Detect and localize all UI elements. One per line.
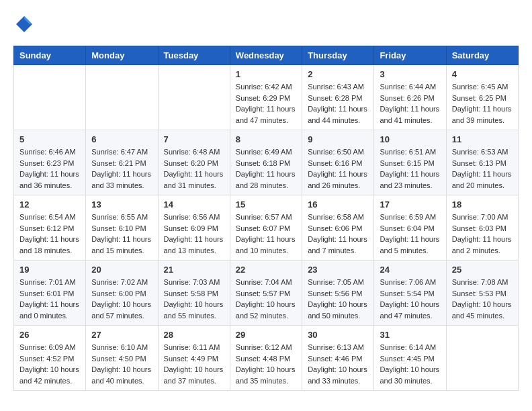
day-number: 19 bbox=[19, 265, 80, 275]
day-number: 11 bbox=[452, 134, 513, 144]
weekday-header-monday: Monday bbox=[86, 46, 158, 65]
calendar-cell: 29Sunrise: 6:12 AMSunset: 4:48 PMDayligh… bbox=[230, 326, 302, 391]
day-number: 31 bbox=[380, 330, 440, 340]
day-info: Sunrise: 6:10 AMSunset: 4:50 PMDaylight:… bbox=[91, 342, 152, 386]
calendar-cell: 4Sunrise: 6:45 AMSunset: 6:25 PMDaylight… bbox=[446, 65, 518, 130]
day-info: Sunrise: 6:48 AMSunset: 6:20 PMDaylight:… bbox=[164, 146, 224, 191]
day-info: Sunrise: 6:58 AMSunset: 6:06 PMDaylight:… bbox=[308, 212, 368, 256]
day-info: Sunrise: 6:51 AMSunset: 6:15 PMDaylight:… bbox=[380, 146, 440, 191]
calendar-cell: 19Sunrise: 7:01 AMSunset: 6:01 PMDayligh… bbox=[14, 261, 86, 326]
day-number: 17 bbox=[380, 199, 440, 210]
day-number: 8 bbox=[236, 134, 296, 144]
day-number: 27 bbox=[91, 330, 152, 340]
day-info: Sunrise: 6:47 AMSunset: 6:21 PMDaylight:… bbox=[91, 146, 152, 191]
day-number: 14 bbox=[164, 199, 224, 210]
weekday-header-saturday: Saturday bbox=[446, 46, 518, 65]
day-number: 28 bbox=[164, 330, 224, 340]
day-number: 16 bbox=[308, 199, 368, 210]
calendar-cell: 20Sunrise: 7:02 AMSunset: 6:00 PMDayligh… bbox=[86, 261, 158, 326]
day-info: Sunrise: 6:54 AMSunset: 6:12 PMDaylight:… bbox=[19, 212, 80, 256]
day-info: Sunrise: 6:43 AMSunset: 6:28 PMDaylight:… bbox=[308, 81, 368, 126]
day-info: Sunrise: 7:03 AMSunset: 5:58 PMDaylight:… bbox=[164, 277, 224, 321]
day-info: Sunrise: 7:06 AMSunset: 5:54 PMDaylight:… bbox=[380, 277, 440, 321]
calendar-cell: 2Sunrise: 6:43 AMSunset: 6:28 PMDaylight… bbox=[302, 65, 374, 130]
day-number: 24 bbox=[380, 265, 440, 275]
weekday-header-sunday: Sunday bbox=[14, 46, 86, 65]
calendar-cell: 7Sunrise: 6:48 AMSunset: 6:20 PMDaylight… bbox=[158, 130, 230, 195]
day-number: 4 bbox=[452, 69, 513, 79]
day-number: 29 bbox=[236, 330, 296, 340]
day-info: Sunrise: 6:55 AMSunset: 6:10 PMDaylight:… bbox=[91, 212, 152, 256]
day-number: 26 bbox=[19, 330, 80, 340]
calendar-week-row: 5Sunrise: 6:46 AMSunset: 6:23 PMDaylight… bbox=[14, 130, 519, 195]
weekday-header-tuesday: Tuesday bbox=[158, 46, 230, 65]
calendar-cell bbox=[14, 65, 86, 130]
calendar-cell: 9Sunrise: 6:50 AMSunset: 6:16 PMDaylight… bbox=[302, 130, 374, 195]
calendar-cell: 8Sunrise: 6:49 AMSunset: 6:18 PMDaylight… bbox=[230, 130, 302, 195]
weekday-header-friday: Friday bbox=[374, 46, 446, 65]
calendar-cell: 16Sunrise: 6:58 AMSunset: 6:06 PMDayligh… bbox=[302, 195, 374, 261]
calendar-cell: 17Sunrise: 6:59 AMSunset: 6:04 PMDayligh… bbox=[374, 195, 446, 261]
day-info: Sunrise: 6:50 AMSunset: 6:16 PMDaylight:… bbox=[308, 146, 368, 191]
day-info: Sunrise: 6:46 AMSunset: 6:23 PMDaylight:… bbox=[19, 146, 80, 191]
calendar-cell: 28Sunrise: 6:11 AMSunset: 4:49 PMDayligh… bbox=[158, 326, 230, 391]
day-info: Sunrise: 6:42 AMSunset: 6:29 PMDaylight:… bbox=[236, 81, 296, 126]
calendar-cell: 13Sunrise: 6:55 AMSunset: 6:10 PMDayligh… bbox=[86, 195, 158, 261]
day-number: 21 bbox=[164, 265, 224, 275]
calendar-cell: 12Sunrise: 6:54 AMSunset: 6:12 PMDayligh… bbox=[14, 195, 86, 261]
day-info: Sunrise: 7:01 AMSunset: 6:01 PMDaylight:… bbox=[19, 277, 80, 321]
calendar-cell: 5Sunrise: 6:46 AMSunset: 6:23 PMDaylight… bbox=[14, 130, 86, 195]
page-header bbox=[13, 13, 519, 35]
day-info: Sunrise: 6:44 AMSunset: 6:26 PMDaylight:… bbox=[380, 81, 440, 126]
calendar-cell: 23Sunrise: 7:05 AMSunset: 5:56 PMDayligh… bbox=[302, 261, 374, 326]
day-number: 1 bbox=[236, 69, 296, 79]
day-info: Sunrise: 6:12 AMSunset: 4:48 PMDaylight:… bbox=[236, 342, 296, 386]
day-number: 7 bbox=[164, 134, 224, 144]
calendar-cell: 11Sunrise: 6:53 AMSunset: 6:13 PMDayligh… bbox=[446, 130, 518, 195]
day-number: 10 bbox=[380, 134, 440, 144]
day-info: Sunrise: 6:09 AMSunset: 4:52 PMDaylight:… bbox=[19, 342, 80, 386]
day-number: 5 bbox=[19, 134, 80, 144]
day-number: 12 bbox=[19, 199, 80, 210]
day-info: Sunrise: 6:14 AMSunset: 4:45 PMDaylight:… bbox=[380, 342, 440, 386]
logo bbox=[13, 13, 39, 35]
day-number: 25 bbox=[452, 265, 513, 275]
calendar-cell: 31Sunrise: 6:14 AMSunset: 4:45 PMDayligh… bbox=[374, 326, 446, 391]
day-info: Sunrise: 7:02 AMSunset: 6:00 PMDaylight:… bbox=[91, 277, 152, 321]
day-number: 2 bbox=[308, 69, 368, 79]
day-number: 6 bbox=[91, 134, 152, 144]
day-info: Sunrise: 6:59 AMSunset: 6:04 PMDaylight:… bbox=[380, 212, 440, 256]
day-number: 3 bbox=[380, 69, 440, 79]
calendar-cell: 25Sunrise: 7:08 AMSunset: 5:53 PMDayligh… bbox=[446, 261, 518, 326]
calendar-header-row: SundayMondayTuesdayWednesdayThursdayFrid… bbox=[14, 46, 519, 65]
day-info: Sunrise: 6:56 AMSunset: 6:09 PMDaylight:… bbox=[164, 212, 224, 256]
calendar-cell: 1Sunrise: 6:42 AMSunset: 6:29 PMDaylight… bbox=[230, 65, 302, 130]
calendar-week-row: 19Sunrise: 7:01 AMSunset: 6:01 PMDayligh… bbox=[14, 261, 519, 326]
day-info: Sunrise: 7:08 AMSunset: 5:53 PMDaylight:… bbox=[452, 277, 513, 321]
calendar-cell: 10Sunrise: 6:51 AMSunset: 6:15 PMDayligh… bbox=[374, 130, 446, 195]
weekday-header-wednesday: Wednesday bbox=[230, 46, 302, 65]
calendar-cell bbox=[158, 65, 230, 130]
calendar-cell: 21Sunrise: 7:03 AMSunset: 5:58 PMDayligh… bbox=[158, 261, 230, 326]
day-info: Sunrise: 7:04 AMSunset: 5:57 PMDaylight:… bbox=[236, 277, 296, 321]
day-info: Sunrise: 6:49 AMSunset: 6:18 PMDaylight:… bbox=[236, 146, 296, 191]
calendar-cell: 26Sunrise: 6:09 AMSunset: 4:52 PMDayligh… bbox=[14, 326, 86, 391]
day-info: Sunrise: 7:00 AMSunset: 6:03 PMDaylight:… bbox=[452, 212, 513, 256]
calendar-table: SundayMondayTuesdayWednesdayThursdayFrid… bbox=[13, 46, 519, 391]
day-number: 30 bbox=[308, 330, 368, 340]
logo-icon bbox=[13, 13, 35, 35]
day-number: 20 bbox=[91, 265, 152, 275]
calendar-cell: 30Sunrise: 6:13 AMSunset: 4:46 PMDayligh… bbox=[302, 326, 374, 391]
calendar-cell: 15Sunrise: 6:57 AMSunset: 6:07 PMDayligh… bbox=[230, 195, 302, 261]
calendar-cell: 6Sunrise: 6:47 AMSunset: 6:21 PMDaylight… bbox=[86, 130, 158, 195]
day-info: Sunrise: 6:53 AMSunset: 6:13 PMDaylight:… bbox=[452, 146, 513, 191]
calendar-week-row: 1Sunrise: 6:42 AMSunset: 6:29 PMDaylight… bbox=[14, 65, 519, 130]
day-number: 13 bbox=[91, 199, 152, 210]
day-number: 9 bbox=[308, 134, 368, 144]
day-number: 15 bbox=[236, 199, 296, 210]
weekday-header-thursday: Thursday bbox=[302, 46, 374, 65]
day-info: Sunrise: 6:57 AMSunset: 6:07 PMDaylight:… bbox=[236, 212, 296, 256]
calendar-cell bbox=[446, 326, 518, 391]
calendar-cell: 14Sunrise: 6:56 AMSunset: 6:09 PMDayligh… bbox=[158, 195, 230, 261]
day-info: Sunrise: 6:13 AMSunset: 4:46 PMDaylight:… bbox=[308, 342, 368, 386]
